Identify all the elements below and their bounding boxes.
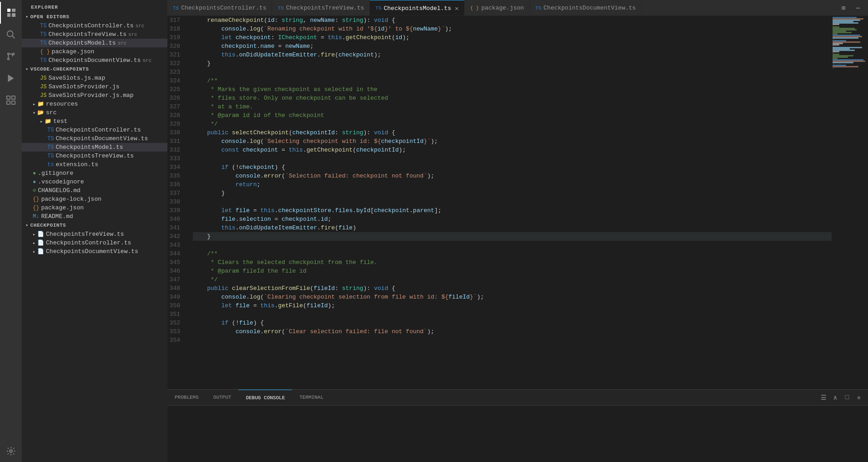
svg-line-5	[12, 36, 15, 39]
open-editor-packagejson[interactable]: { } package.json	[22, 47, 167, 56]
line-numbers: 317 318 319 320 321 322 323 324 325 326 …	[167, 16, 189, 389]
sidebar-title: EXPLORER	[22, 0, 167, 12]
folder-src[interactable]: ▾ 📂 src	[22, 108, 167, 117]
panel-list-view-button[interactable]: ☰	[818, 392, 829, 403]
activity-debug[interactable]	[0, 67, 22, 89]
activity-source-control[interactable]	[0, 46, 22, 67]
open-editor-label: CheckpointsTreeView.ts	[48, 31, 126, 38]
open-editor-checkpointsmodel[interactable]: TS CheckpointsModel.ts src	[22, 39, 167, 47]
activity-explorer[interactable]	[0, 2, 22, 24]
panel-tab-spacer	[331, 390, 814, 405]
chevron-right-icon: ▸	[40, 119, 43, 124]
file-packagelock[interactable]: {} package-lock.json	[22, 195, 167, 203]
panel-close-button[interactable]: ✕	[853, 392, 864, 403]
activity-extensions[interactable]	[0, 89, 22, 111]
code-line	[193, 241, 832, 249]
svg-point-14	[10, 450, 12, 452]
tab-label: CheckpointsController.ts	[181, 5, 266, 11]
open-editor-checkpointsdocumentview[interactable]: TS CheckpointsDocumentView.ts src	[22, 56, 167, 65]
code-line: }	[193, 59, 832, 68]
file-checkpointsdocumentview[interactable]: TS CheckpointsDocumentView.ts	[22, 134, 167, 143]
code-line: public selectCheckpoint(checkpointId: st…	[193, 128, 832, 137]
file-changelog[interactable]: ⊙ CHANGELOG.md	[22, 186, 167, 195]
json-tab-icon: { }	[470, 5, 479, 11]
activity-search[interactable]	[0, 24, 22, 46]
tab-checkpointstreeview[interactable]: TS CheckpointsTreeView.ts	[272, 0, 370, 16]
tab-checkpointsdocumentview[interactable]: TS CheckpointsDocumentView.ts	[530, 0, 642, 16]
code-line: * at a time.	[193, 102, 832, 111]
ts-icon: TS	[47, 136, 54, 142]
checkpoint-controller[interactable]: ▸ 📄 CheckpointsController.ts	[22, 239, 167, 247]
svg-point-6	[8, 53, 10, 55]
code-line: renameCheckpoint(id: string, newName: st…	[193, 16, 832, 25]
code-line: * Marks the given checkpoint as selected…	[193, 85, 832, 94]
file-saveslots-map[interactable]: JS SaveSlots.js.map	[22, 74, 167, 82]
panel-tab-label: PROBLEMS	[175, 395, 199, 400]
code-line: console.log(`Clearing checkpoint selecti…	[193, 293, 832, 301]
code-line: file.selection = checkpoint.id;	[193, 215, 832, 223]
tab-label: CheckpointsDocumentView.ts	[544, 5, 636, 11]
folder-resources[interactable]: ▸ 📁 resources	[22, 100, 167, 108]
checkpoints-section[interactable]: ▾ CHECKPOINTS	[22, 221, 167, 230]
code-line: console.log(`Renaming checkpoint with id…	[193, 25, 832, 33]
code-line: }	[193, 189, 832, 198]
file-gitignore[interactable]: ● .gitignore	[22, 169, 167, 178]
svg-rect-10	[7, 96, 10, 99]
split-editor-button[interactable]: ⊞	[837, 1, 850, 14]
panel-tab-output[interactable]: OUTPUT	[206, 390, 239, 405]
file-checkpointsmodel[interactable]: TS CheckpointsModel.ts	[22, 143, 167, 152]
json-icon: {}	[33, 205, 39, 211]
file-saveslotsprovider[interactable]: JS SaveSlotsProvider.js	[22, 82, 167, 91]
panel-tab-debug-console[interactable]: DEBUG CONSOLE	[238, 390, 292, 405]
activity-settings[interactable]	[0, 440, 22, 462]
ts-icon: ts	[47, 162, 54, 168]
svg-marker-9	[8, 75, 14, 82]
file-packagejson[interactable]: {} package.json	[22, 203, 167, 212]
svg-rect-0	[7, 9, 10, 12]
file-checkpointstreeview[interactable]: TS CheckpointsTreeView.ts	[22, 152, 167, 160]
code-line: let file = this.checkpointStore.files.by…	[193, 206, 832, 215]
panel-tab-problems[interactable]: PROBLEMS	[167, 390, 206, 405]
panel-content[interactable]	[167, 406, 868, 462]
code-line: */	[193, 275, 832, 284]
panel-tab-terminal[interactable]: TERMINAL	[292, 390, 331, 405]
checkpoint-treeview[interactable]: ▸ 📄 CheckpointsTreeView.ts	[22, 230, 167, 239]
folder-icon: 📄	[37, 231, 44, 238]
more-actions-button[interactable]: ⋯	[852, 1, 864, 14]
panel-tabs: PROBLEMS OUTPUT DEBUG CONSOLE TERMINAL ☰…	[167, 390, 868, 406]
folder-icon: 📁	[45, 118, 51, 125]
open-editor-label: CheckpointsDocumentView.ts	[48, 57, 141, 64]
file-vscodeignore[interactable]: ● .vscodeignore	[22, 178, 167, 186]
ts-icon: TS	[40, 40, 46, 46]
open-editor-checkpointscontroller[interactable]: TS CheckpointsController.ts src	[22, 21, 167, 30]
tab-close-button[interactable]: ✕	[455, 5, 459, 12]
ts-icon: TS	[47, 144, 54, 151]
panel-actions: ☰ ∧ □ ✕	[814, 390, 868, 405]
tab-checkpointsmodel[interactable]: TS CheckpointsModel.ts ✕	[370, 0, 464, 16]
code-line: let checkpoint: ICheckpoint = this.getCh…	[193, 33, 832, 42]
code-line	[193, 68, 832, 76]
open-editor-label: CheckpointsModel.ts	[48, 40, 116, 46]
file-extension[interactable]: ts extension.ts	[22, 160, 167, 169]
panel-collapse-button[interactable]: ∧	[830, 392, 841, 403]
svg-rect-3	[12, 13, 15, 17]
main-container: EXPLORER ▾ OPEN EDITORS TS CheckpointsCo…	[22, 0, 868, 462]
code-line: */	[193, 120, 832, 128]
code-content[interactable]: renameCheckpoint(id: string, newName: st…	[189, 16, 832, 389]
vscode-checkpoints-section[interactable]: ▾ VSCODE-CHECKPOINTS	[22, 65, 167, 74]
code-line: }	[193, 232, 832, 241]
open-editors-section[interactable]: ▾ OPEN EDITORS	[22, 12, 167, 21]
ts-icon: TS	[40, 31, 46, 38]
folder-test[interactable]: ▸ 📁 test	[22, 117, 167, 126]
code-line: * @param fileId the file id	[193, 267, 832, 275]
file-readme[interactable]: M↓ README.md	[22, 212, 167, 221]
tab-packagejson[interactable]: { } package.json	[464, 0, 530, 16]
tab-checkpointscontroller[interactable]: TS CheckpointsController.ts	[167, 0, 272, 16]
panel-maximize-button[interactable]: □	[842, 392, 853, 403]
file-saveslotsprovider-map[interactable]: JS SaveSlotsProvider.js.map	[22, 91, 167, 100]
file-checkpointscontroller[interactable]: TS CheckpointsController.ts	[22, 126, 167, 134]
open-editor-checkpointstreeview[interactable]: TS CheckpointsTreeView.ts src	[22, 30, 167, 39]
checkpoint-documentview[interactable]: ▸ 📄 CheckpointsDocumentView.ts	[22, 247, 167, 256]
chevron-down-icon: ▾	[25, 223, 29, 228]
sidebar: EXPLORER ▾ OPEN EDITORS TS CheckpointsCo…	[22, 0, 167, 462]
